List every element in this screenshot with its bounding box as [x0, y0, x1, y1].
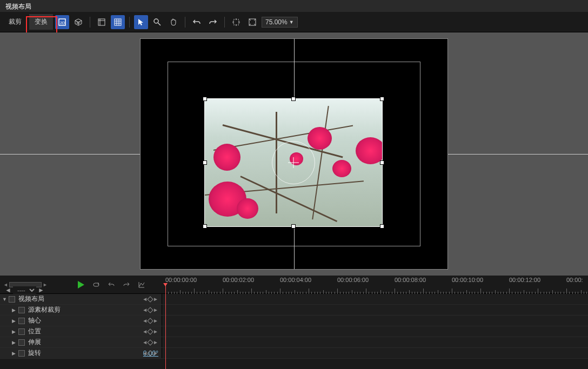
undo-pb-button[interactable]	[105, 278, 118, 291]
track-lane[interactable]	[162, 294, 588, 304]
playback-controls: ◄ ► ◄ ---- ► 00:00:00:00 00:00:02:00 00:…	[0, 276, 588, 294]
guide-button[interactable]	[95, 15, 109, 29]
canvas-area[interactable]	[0, 32, 588, 276]
track-lane[interactable]	[162, 326, 588, 337]
track-row: ▶源素材裁剪◄►	[0, 305, 588, 316]
play-button[interactable]	[74, 278, 88, 292]
zoom-value: 75.00%	[265, 18, 288, 26]
video-clip[interactable]	[204, 98, 383, 227]
track-name: 伸展	[26, 338, 162, 347]
svg-rect-4	[115, 19, 121, 25]
svg-text:3D: 3D	[76, 21, 81, 24]
track-lane[interactable]	[162, 348, 588, 358]
add-key-icon[interactable]	[147, 339, 153, 345]
mode-3d-button[interactable]: 3D	[71, 15, 85, 29]
redo-button[interactable]	[206, 15, 220, 29]
svg-point-5	[154, 19, 158, 23]
add-key-icon[interactable]	[147, 350, 153, 356]
tab-crop[interactable]: 裁剪	[3, 14, 27, 30]
dropdown-icon: ▼	[289, 19, 294, 25]
hand-tool[interactable]	[166, 15, 181, 29]
enable-checkbox[interactable]	[18, 307, 25, 313]
grid-button[interactable]	[111, 15, 125, 29]
timecode: 00:00:10:00	[452, 277, 483, 283]
svg-rect-3	[98, 19, 105, 25]
enable-checkbox[interactable]	[18, 328, 25, 335]
track-lane[interactable]	[162, 337, 588, 347]
canvas-frame	[140, 38, 448, 270]
handle-bl[interactable]	[203, 224, 207, 229]
expand-icon[interactable]: ▶	[12, 318, 17, 324]
playhead[interactable]	[165, 283, 166, 369]
prev-frame-button[interactable]: ◄	[4, 286, 12, 294]
track-name: 位置	[26, 327, 162, 336]
enable-checkbox[interactable]	[18, 339, 25, 346]
next-key-icon[interactable]: ►	[153, 307, 158, 313]
handle-bc[interactable]	[291, 224, 296, 229]
track-name: 轴心	[26, 316, 162, 325]
track-list: ▼视频布局◄►▶源素材裁剪◄►▶轴心◄►▶位置◄►▶伸展◄►▶旋转0.00°◄►	[0, 294, 588, 369]
title-bar: 视频布局	[0, 0, 588, 12]
keyframe-nav: ◄►	[142, 318, 158, 324]
enable-checkbox[interactable]	[9, 296, 15, 303]
expand-icon[interactable]: ▼	[2, 297, 8, 302]
add-key-icon[interactable]	[147, 307, 153, 313]
timecode: 00:00:04:00	[280, 277, 311, 283]
expand-icon[interactable]: ▶	[12, 351, 17, 356]
track-lane[interactable]	[162, 316, 588, 326]
add-key-icon[interactable]	[147, 296, 153, 302]
svg-rect-6	[233, 19, 239, 25]
loop-button[interactable]	[90, 278, 103, 291]
next-key-icon[interactable]: ►	[153, 296, 158, 302]
expand-icon[interactable]: ▶	[12, 340, 17, 345]
zoom-select[interactable]: 75.00% ▼	[262, 17, 298, 28]
expand-icon[interactable]: ▶	[12, 307, 17, 313]
track-name: 源素材裁剪	[26, 305, 162, 314]
anchor-cross-v	[293, 157, 294, 168]
crop-center-button[interactable]	[229, 15, 243, 29]
handle-tl[interactable]	[203, 97, 207, 101]
timeline-section: ◄ ► ◄ ---- ► 00:00:00:00 00:00:02:00 00:…	[0, 276, 588, 369]
track-row: ▶位置◄►	[0, 326, 588, 337]
track-row: ▶旋转0.00°◄►	[0, 348, 588, 359]
track-lane[interactable]	[162, 305, 588, 315]
timecode: 00:00:02:00	[223, 277, 254, 283]
timecode: 00:00:	[566, 277, 583, 283]
keyframe-nav: ◄►	[142, 339, 158, 345]
redo-pb-button[interactable]	[120, 278, 133, 291]
add-key-icon[interactable]	[147, 318, 153, 324]
keyframe-nav: ◄►	[142, 328, 158, 334]
next-key-icon[interactable]: ►	[153, 318, 158, 324]
timeline-ruler[interactable]: 00:00:00:00 00:00:02:00 00:00:04:00 00:0…	[162, 276, 588, 294]
track-row: ▶伸展◄►	[0, 337, 588, 348]
tab-transform[interactable]: 变换	[29, 14, 53, 30]
add-key-icon[interactable]	[147, 328, 153, 334]
expand-icon[interactable]: ▶	[12, 329, 17, 334]
handle-tc[interactable]	[291, 97, 296, 101]
next-key-icon[interactable]: ►	[153, 339, 158, 345]
handle-ml[interactable]	[203, 160, 207, 165]
rate-select[interactable]: ----	[13, 286, 36, 294]
separator	[185, 17, 185, 28]
handle-mr[interactable]	[380, 160, 384, 165]
handle-br[interactable]	[380, 224, 384, 229]
graph-button[interactable]	[135, 278, 148, 291]
track-name: 视频布局	[16, 294, 162, 304]
mode-2d-button[interactable]: 2D	[55, 15, 69, 29]
select-tool[interactable]	[134, 15, 148, 29]
track-row: ▶轴心◄►	[0, 316, 588, 326]
zoom-tool[interactable]	[150, 15, 164, 29]
window-title: 视频布局	[5, 3, 31, 10]
separator	[90, 17, 90, 28]
handle-tr[interactable]	[380, 97, 384, 101]
track-name: 旋转	[26, 348, 142, 358]
next-key-icon[interactable]: ►	[153, 328, 158, 334]
next-frame-button[interactable]: ►	[37, 286, 45, 294]
fit-button[interactable]	[245, 15, 259, 29]
enable-checkbox[interactable]	[18, 350, 25, 357]
toolbar: 裁剪 变换 2D 3D 75.00% ▼	[0, 12, 588, 32]
next-key-icon[interactable]: ►	[153, 350, 158, 356]
timecode: 00:00:12:00	[509, 277, 540, 283]
undo-button[interactable]	[190, 15, 204, 29]
enable-checkbox[interactable]	[18, 318, 25, 324]
